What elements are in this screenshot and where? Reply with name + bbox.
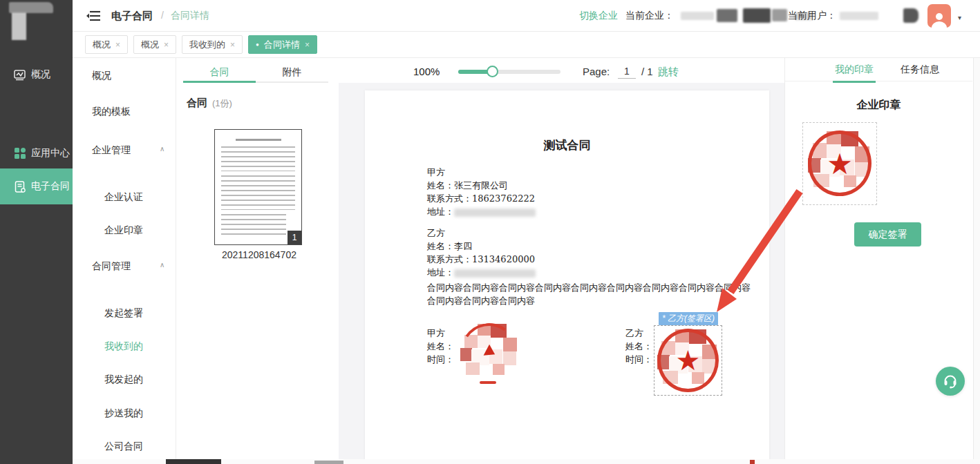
party-b-name: 姓名：李四 (427, 240, 472, 253)
sign-a-party: 甲方 (427, 327, 445, 340)
page-number-input[interactable] (618, 64, 636, 79)
page-thumbnail[interactable]: 1 (214, 129, 302, 245)
redacted-company-name (681, 12, 714, 20)
app-logo (0, 0, 73, 43)
document-list-panel: 合同 附件 合同 (1份) 1 20211208164702 (176, 58, 339, 464)
switch-company-link[interactable]: 切换企业 (579, 10, 618, 22)
party-b-phone: 联系方式：13134620000 (427, 253, 535, 266)
redacted-company-name (717, 9, 737, 22)
document-tabs: 合同 附件 (183, 62, 328, 83)
sidebar-item-label: 电子合同 (31, 180, 70, 193)
redacted-address (454, 269, 536, 278)
seal-ring-arc (480, 381, 496, 384)
tab-label: 合同详情 (264, 39, 300, 51)
current-user-label: 当前用户： (788, 10, 836, 22)
contract-title: 测试合同 (365, 137, 769, 153)
active-dot-icon: ● (256, 41, 259, 48)
redacted-user-name (903, 8, 918, 23)
redacted-company-name (743, 8, 771, 23)
sign-b-party: 乙方 (625, 327, 643, 340)
customer-service-button[interactable] (936, 367, 965, 396)
document-viewer: 测试合同 甲方 姓名：张三有限公司 联系方式：18623762222 地址： 乙… (339, 83, 784, 464)
seal-star-icon: ★ (807, 147, 872, 181)
seal-panel-tabs: 我的印章 任务信息 (785, 58, 972, 81)
sign-a-name-label: 姓名： (427, 340, 454, 353)
scrollbar-track[interactable] (973, 58, 980, 464)
close-icon[interactable]: × (115, 40, 120, 50)
sidebar-item-label: 概况 (31, 68, 50, 81)
zoom-slider-handle[interactable] (487, 66, 498, 77)
close-icon[interactable]: × (164, 40, 169, 50)
thumbnail-page-number-badge: 1 (288, 231, 301, 244)
sign-b-name-label: 姓名： (625, 340, 652, 353)
tab-contract-file[interactable]: 合同 (183, 62, 256, 81)
headset-icon (942, 373, 959, 389)
breadcrumb-root[interactable]: 电子合同 (111, 10, 153, 23)
menu-collapse-icon[interactable] (86, 10, 102, 22)
tab-overview-2[interactable]: 概况 × (133, 35, 176, 54)
page-total: / 1 (641, 66, 653, 77)
company-seal-option[interactable]: ★ (802, 122, 877, 205)
chevron-up-icon: ∧ (160, 261, 164, 269)
tab-received[interactable]: 我收到的 × (182, 35, 243, 54)
tab-task-info[interactable]: 任务信息 (901, 64, 939, 76)
redacted-company-name (772, 9, 787, 21)
open-tabs-bar: 概况 × 概况 × 我收到的 × ● 合同详情 × (73, 32, 980, 58)
sign-area-tag: * 乙方(签署区) (659, 312, 718, 325)
tab-label: 概况 (93, 39, 111, 51)
apps-grid-icon (14, 148, 26, 160)
contract-doc-icon (14, 181, 26, 193)
redacted-address (454, 209, 536, 217)
chevron-up-icon: ∧ (160, 145, 164, 153)
chart-icon (14, 69, 26, 81)
sidebar-item-app-center[interactable]: 应用中心 (0, 139, 73, 167)
sidebar-item-overview[interactable]: 概况 (0, 61, 73, 88)
tab-label: 我收到的 (189, 39, 225, 51)
tab-attachment[interactable]: 附件 (256, 62, 328, 81)
zoom-percent: 100% (413, 66, 440, 77)
breadcrumb-separator: / (161, 10, 164, 21)
party-a-seal-stamp (460, 322, 519, 383)
page-label: Page: (583, 66, 610, 77)
tab-overview-1[interactable]: 概况 × (85, 35, 128, 54)
thumbnail-title-line (236, 139, 281, 141)
contract-body-text: 合同内容合同内容合同内容合同内容合同内容合同内容合同内容合同内容合同内容合同内容… (427, 281, 759, 307)
party-a-name: 姓名：张三有限公司 (427, 180, 508, 192)
caret-down-icon[interactable]: ▾ (958, 14, 961, 21)
app-window: 概况 应用中心 电子合同 电子合同 / 合同详情 切换企业 当前企业： 当前用户 (0, 0, 980, 464)
contract-group-title: 合同 (187, 97, 207, 110)
party-b-seal-stamp[interactable]: ★ (657, 328, 719, 393)
primary-sidebar: 概况 应用中心 电子合同 (0, 0, 73, 464)
tab-contract-detail[interactable]: ● 合同详情 × (248, 35, 317, 54)
company-seal-image[interactable]: ★ (807, 130, 872, 197)
secondary-sidebar: 概况 我的模板 企业管理∧ 企业认证 企业印章 合同管理∧ 发起签署 我收到的 … (73, 58, 176, 464)
background-window-sliver (73, 459, 980, 464)
close-icon[interactable]: × (230, 40, 235, 50)
current-company-label: 当前企业： (625, 10, 674, 22)
thumbnail-text-lines (221, 146, 295, 210)
sidebar-item-label: 应用中心 (31, 147, 70, 160)
contract-page: 测试合同 甲方 姓名：张三有限公司 联系方式：18623762222 地址： 乙… (365, 90, 769, 464)
thumbnail-caption: 20211208164702 (204, 249, 314, 260)
close-icon[interactable]: × (305, 40, 310, 50)
seal-panel: 我的印章 任务信息 企业印章 ★ 确定签署 (784, 58, 980, 464)
confirm-sign-button[interactable]: 确定签署 (854, 222, 921, 246)
sign-b-time-label: 时间： (625, 354, 652, 366)
user-avatar[interactable] (927, 4, 951, 28)
tab-my-seals[interactable]: 我的印章 (835, 64, 874, 76)
logo-shape (12, 12, 26, 40)
jump-to-page-link[interactable]: 跳转 (658, 66, 679, 79)
party-b-heading: 乙方 (427, 227, 445, 240)
party-b-address: 地址： (427, 267, 536, 279)
breadcrumb-current: 合同详情 (171, 10, 209, 22)
redacted-user-name (840, 12, 878, 20)
company-seal-heading: 企业印章 (785, 98, 972, 113)
sidebar-item-e-contract[interactable]: 电子合同 (0, 168, 73, 204)
party-a-address: 地址： (427, 206, 536, 218)
party-a-heading: 甲方 (427, 166, 445, 179)
party-a-phone: 联系方式：18623762222 (427, 193, 535, 205)
header: 电子合同 / 合同详情 切换企业 当前企业： 当前用户： ▾ (73, 0, 980, 32)
party-b-sign-area[interactable]: ★ (654, 325, 722, 396)
zoom-slider[interactable] (458, 70, 560, 74)
thumbnail-paragraph-gap (221, 171, 295, 174)
